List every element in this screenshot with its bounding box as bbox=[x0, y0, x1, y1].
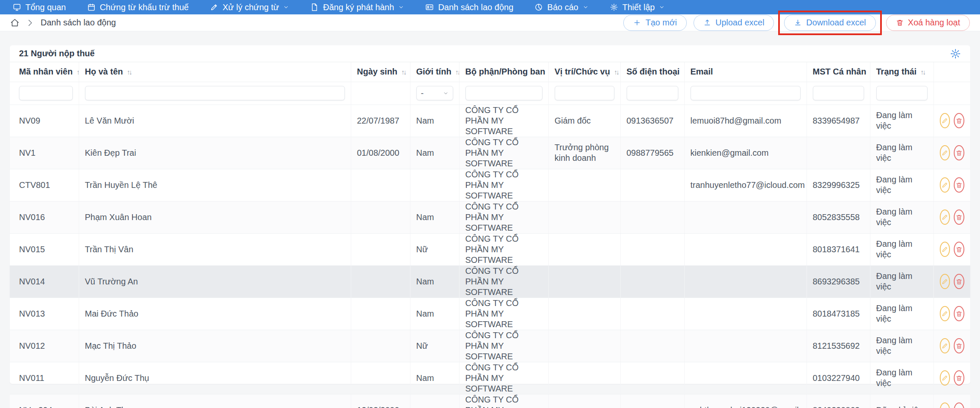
table-row[interactable]: NV09Lê Văn Mười22/07/1987NamCÔNG TY CỔ P… bbox=[10, 105, 970, 137]
filter-input-code[interactable] bbox=[19, 86, 73, 100]
edit-button[interactable] bbox=[940, 242, 950, 257]
delete-button[interactable] bbox=[954, 338, 964, 353]
table-row[interactable]: NV016Phạm Xuân HoanNamCÔNG TY CỔ PHẦN MY… bbox=[10, 201, 970, 233]
filter-input-name[interactable] bbox=[85, 86, 345, 100]
download-annotation-wrap: Download excel bbox=[784, 15, 875, 31]
table-row[interactable]: NV - 394Bùi Anh Thương12/03/2000CÔNG TY … bbox=[10, 394, 970, 408]
table-row[interactable]: NV012Mạc Thị ThảoNữCÔNG TY CỔ PHẦN MY SO… bbox=[10, 330, 970, 362]
table-row[interactable]: NV011Nguyễn Đức ThụNamCÔNG TY CỔ PHẦN MY… bbox=[10, 362, 970, 394]
edit-button[interactable] bbox=[940, 402, 950, 408]
home-icon[interactable] bbox=[10, 18, 19, 28]
bulk-delete-button-label: Xoá hàng loạt bbox=[908, 18, 960, 28]
sort-icon[interactable]: ↑↓ bbox=[127, 69, 131, 76]
edit-button[interactable] bbox=[940, 370, 950, 386]
edit-button[interactable] bbox=[940, 210, 950, 225]
nav-item-label: Báo cáo bbox=[547, 3, 578, 12]
edit-button[interactable] bbox=[940, 113, 950, 128]
edit-button[interactable] bbox=[940, 306, 950, 321]
cell-value: tranhuyenletho77@icloud.com bbox=[691, 180, 805, 190]
filter-input-department[interactable] bbox=[465, 86, 542, 100]
cell-name: Trần Thị Vân bbox=[79, 233, 351, 265]
cell-value: 8018371641 bbox=[813, 245, 860, 254]
chevron-down-icon bbox=[443, 91, 449, 96]
create-button[interactable]: Tạo mới bbox=[623, 15, 686, 31]
cell-value: CÔNG TY CỔ PHẦN MY SOFTWARE bbox=[465, 395, 519, 408]
delete-button[interactable] bbox=[954, 242, 964, 257]
column-header-department[interactable]: Bộ phận/Phòng ban↑↓ bbox=[459, 62, 548, 82]
sort-icon[interactable]: ↑↓ bbox=[614, 69, 618, 76]
delete-button[interactable] bbox=[954, 145, 964, 160]
column-header-label: Họ và tên bbox=[85, 67, 123, 76]
delete-button[interactable] bbox=[954, 306, 964, 321]
nav-item-5[interactable]: Báo cáo bbox=[534, 3, 588, 12]
column-header-email: Email bbox=[684, 62, 807, 82]
column-header-position[interactable]: Vị trí/Chức vụ↑↓ bbox=[548, 62, 620, 82]
table-row[interactable]: NV014Vũ Trường AnNamCÔNG TY CỔ PHẦN MY S… bbox=[10, 265, 970, 298]
trash-icon bbox=[955, 342, 963, 350]
cell-tax_code: 8121535692 bbox=[807, 330, 870, 362]
cell-department: CÔNG TY CỔ PHẦN MY SOFTWARE bbox=[459, 298, 548, 330]
nav-item-4[interactable]: Danh sách lao động bbox=[425, 3, 513, 12]
nav-item-2[interactable]: Xử lý chứng từ bbox=[210, 3, 289, 12]
cell-value: 8329996325 bbox=[813, 180, 860, 190]
trash-icon bbox=[955, 278, 963, 285]
cell-value: NV016 bbox=[19, 212, 45, 222]
delete-button[interactable] bbox=[954, 274, 964, 289]
trash-icon bbox=[955, 214, 963, 221]
sort-icon[interactable]: ↑↓ bbox=[77, 69, 79, 76]
filter-input-email[interactable] bbox=[691, 86, 801, 100]
filter-input-phone[interactable] bbox=[627, 86, 678, 100]
edit-button[interactable] bbox=[940, 177, 950, 193]
chevron-down-icon bbox=[283, 4, 289, 10]
table-row[interactable]: NV1Kiên Đẹp Trai01/08/2000NamCÔNG TY CỔ … bbox=[10, 137, 970, 169]
cell-value: Nam bbox=[416, 309, 434, 318]
nav-item-0[interactable]: Tổng quan bbox=[13, 3, 66, 12]
cell-value: Đang làm việc bbox=[876, 110, 913, 130]
cell-gender: Nam bbox=[410, 137, 459, 169]
table-row[interactable]: NV015Trần Thị VânNữCÔNG TY CỔ PHẦN MY SO… bbox=[10, 233, 970, 265]
cell-value: 8693296385 bbox=[813, 277, 860, 286]
edit-button[interactable] bbox=[940, 338, 950, 353]
table-row[interactable]: CTV801Trần Huyền Lệ ThêCÔNG TY CỔ PHẦN M… bbox=[10, 169, 970, 201]
cell-email: kienkien@gmail.com bbox=[684, 137, 807, 169]
cell-value: Nam bbox=[416, 373, 434, 383]
column-header-dob[interactable]: Ngày sinh↑↓ bbox=[351, 62, 410, 82]
cell-dob bbox=[351, 233, 410, 265]
filter-cell-dob bbox=[351, 82, 410, 105]
nav-item-6[interactable]: Thiết lập bbox=[610, 3, 665, 12]
cell-value: Kiên Đẹp Trai bbox=[85, 148, 136, 157]
cell-email: tranhuyenletho77@icloud.com bbox=[684, 169, 807, 201]
column-header-status[interactable]: Trạng thái↑↓ bbox=[870, 62, 933, 82]
delete-button[interactable] bbox=[954, 210, 964, 225]
sort-icon[interactable]: ↑↓ bbox=[401, 69, 405, 76]
sort-icon[interactable]: ↑↓ bbox=[455, 69, 459, 76]
filter-input-position[interactable] bbox=[555, 86, 614, 100]
download-excel-button[interactable]: Download excel bbox=[784, 15, 875, 31]
delete-button[interactable] bbox=[954, 113, 964, 128]
table-row[interactable]: NV013Mai Đức ThảoNamCÔNG TY CỔ PHẦN MY S… bbox=[10, 298, 970, 330]
cell-name: Lê Văn Mười bbox=[79, 105, 351, 137]
column-settings-gear-icon[interactable] bbox=[950, 48, 961, 59]
edit-button[interactable] bbox=[940, 274, 950, 289]
filter-input-tax_code[interactable] bbox=[813, 86, 864, 100]
column-header-gender[interactable]: Giới tính↑↓ bbox=[410, 62, 459, 82]
bulk-delete-button[interactable]: Xoá hàng loạt bbox=[886, 15, 970, 31]
cell-value: Nguyễn Đức Thụ bbox=[85, 373, 149, 383]
gender-filter-select[interactable]: - bbox=[416, 86, 453, 100]
delete-button[interactable] bbox=[954, 370, 964, 386]
row-actions bbox=[940, 210, 965, 225]
cell-value: Nam bbox=[416, 212, 434, 222]
delete-button[interactable] bbox=[954, 402, 964, 408]
nav-item-1[interactable]: Chứng từ khấu trừ thuế bbox=[87, 3, 189, 12]
filter-input-status[interactable] bbox=[876, 86, 928, 100]
cell-value: Mai Đức Thảo bbox=[85, 309, 138, 318]
delete-button[interactable] bbox=[954, 177, 964, 193]
sort-icon[interactable]: ↑↓ bbox=[920, 69, 925, 76]
cell-value: 01/08/2000 bbox=[357, 148, 399, 157]
cell-value: CÔNG TY CỔ PHẦN MY SOFTWARE bbox=[465, 170, 519, 200]
upload-excel-button[interactable]: Upload excel bbox=[694, 15, 774, 31]
edit-button[interactable] bbox=[940, 145, 950, 160]
nav-item-3[interactable]: Đăng ký phát hành bbox=[310, 3, 404, 12]
column-header-name[interactable]: Họ và tên↑↓ bbox=[79, 62, 351, 82]
column-header-code[interactable]: Mã nhân viên↑↓ bbox=[10, 62, 79, 82]
